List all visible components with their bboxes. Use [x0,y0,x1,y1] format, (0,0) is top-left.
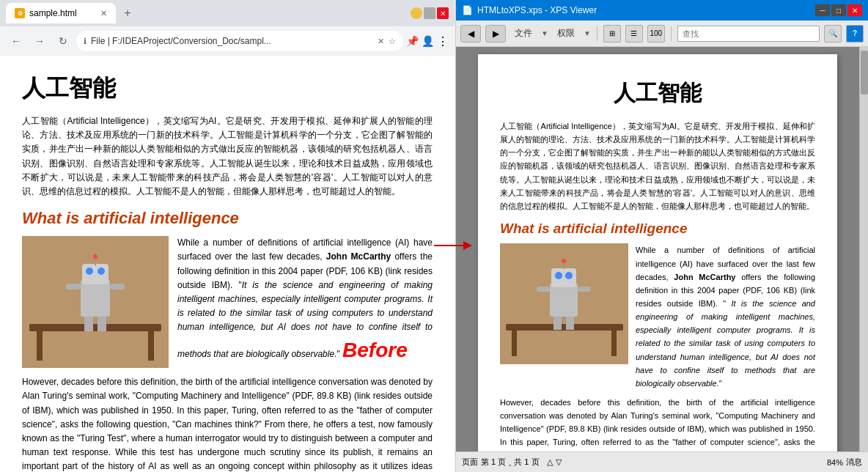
xps-minimize-btn[interactable]: ─ [815,4,830,16]
xps-menu-arrow-perms: ▼ [584,29,591,37]
svg-rect-11 [84,317,93,331]
xps-menu-arrow-file: ▼ [541,29,548,37]
xps-page: 人工智能 人工智能（Artificial Intelligence），英文缩写为… [478,54,837,451]
svg-rect-13 [66,284,81,290]
svg-rect-4 [148,331,154,361]
left-mccarthy-name: John McCarthy [326,251,391,262]
menu-icon[interactable]: ⋮ [437,34,449,48]
xps-maximize-btn[interactable]: □ [831,4,846,16]
svg-rect-9 [95,258,96,265]
svg-rect-5 [81,280,110,317]
xps-total-pages: 共 1 页 [514,457,539,468]
xps-view-btn[interactable]: ☰ [625,25,643,43]
svg-rect-12 [98,317,106,331]
xps-back-btn[interactable]: ◀ [460,25,481,43]
right-para2-text: However, decades before this definition,… [500,398,815,451]
xps-print-btn[interactable]: ⊞ [603,25,621,43]
svg-point-24 [565,272,573,279]
right-main-title: 人工智能 [500,76,815,109]
browser-max-btn[interactable] [424,7,435,19]
svg-rect-30 [578,287,591,292]
svg-rect-28 [566,317,574,330]
xps-statusbar: 页面 第 1 页 , 共 1 页 △ ▽ 84% 消息 [456,451,868,472]
xps-search-input[interactable] [677,26,820,42]
svg-point-23 [555,272,562,279]
xps-title-text: HTMLtoXPS.xps - XPS Viewer [477,5,597,15]
svg-rect-18 [506,324,623,331]
pin-icon[interactable]: 📌 [406,35,419,47]
svg-rect-20 [611,331,617,356]
browser-window: ⚙ sample.html ✕ + ✕ ← → ↻ ℹ File | F:/ID… [0,0,455,472]
xps-menu-file[interactable]: 文件 [510,26,537,41]
left-main-title: 人工智能 [22,70,433,106]
right-section-heading: What is artificial intelligence [500,218,815,240]
reload-button[interactable]: ↻ [53,31,73,51]
svg-rect-21 [550,283,578,317]
xps-content-area: 人工智能 人工智能（Artificial Intelligence），英文缩写为… [456,47,868,451]
xps-page-separator: , [509,458,511,467]
left-intro-paragraph: 人工智能（Artificial Intelligence），英文缩写为AI。它是… [22,114,433,199]
info-icon: ℹ [84,37,87,46]
forward-button[interactable]: → [29,31,50,51]
browser-actions: 📌 👤 ⋮ [406,34,449,48]
browser-navbar: ← → ↻ ℹ File | F:/IDEAProject/Conversion… [0,26,455,56]
svg-point-26 [562,259,566,263]
robot-image-left [22,236,169,368]
app-container: ⚙ sample.html ✕ + ✕ ← → ↻ ℹ File | F:/ID… [0,0,868,472]
right-content-image-block: While a number of definitions of artific… [500,243,815,390]
svg-rect-6 [82,264,108,284]
xps-zoom-btn[interactable]: 100 [647,25,665,43]
xps-page-label: 页面 [462,457,478,468]
xps-zoom-label: 消息 [846,457,862,468]
address-bar[interactable]: ℹ File | F:/IDEAProject/Conversion_Doc/s… [76,31,403,51]
svg-rect-2 [29,324,161,331]
tab-close-button[interactable]: ✕ [100,9,107,18]
svg-rect-22 [551,268,576,287]
left-section-heading: What is artificial intelligence [22,206,433,230]
browser-titlebar: ⚙ sample.html ✕ + ✕ [0,0,455,26]
xps-toolbar-separator [597,26,597,41]
xps-menu-permissions[interactable]: 权限 [553,26,579,41]
left-para2: However, decades before this definition,… [22,375,433,472]
xps-page-indicator: 页面 第 1 页 , 共 1 页 [462,457,540,468]
left-para2-text: However, decades before this definition,… [22,377,433,472]
user-icon[interactable]: 👤 [422,35,434,47]
xps-viewer-window: 📄 HTMLtoXPS.xps - XPS Viewer ─ □ ✕ ◀ ▶ 文… [455,0,868,472]
back-button[interactable]: ← [6,31,26,51]
xps-scrollbar[interactable] [859,47,868,451]
xps-toolbar: ◀ ▶ 文件 ▼ 权限 ▼ ⊞ ☰ 100 🔍 ? [456,21,868,47]
svg-rect-25 [563,262,564,269]
xps-prev-page-btn[interactable]: △ [547,457,553,467]
svg-point-7 [86,268,93,275]
svg-rect-29 [537,287,550,292]
right-image-text: While a number of definitions of artific… [636,243,815,390]
browser-tab[interactable]: ⚙ sample.html ✕ [6,3,116,23]
browser-min-btn[interactable] [411,7,422,19]
xps-window-controls: ─ □ ✕ [815,4,862,16]
new-tab-button[interactable]: + [119,4,136,22]
right-mccarthy-name: John McCarthy [674,273,735,281]
browser-content: 人工智能 人工智能（Artificial Intelligence），英文缩写为… [0,56,455,472]
xps-close-btn[interactable]: ✕ [847,4,862,16]
xps-next-page-btn[interactable]: ▽ [556,457,562,467]
robot-image-right [500,243,628,364]
star-icon: ☆ [389,37,396,46]
xps-page-area[interactable]: 人工智能 人工智能（Artificial Intelligence），英文缩写为… [456,47,859,451]
left-image-text: While a number of definitions of artific… [177,236,433,368]
xps-scrollbar-thumb[interactable] [861,51,868,95]
left-intro-text: 人工智能（Artificial Intelligence），英文缩写为AI。它是… [22,116,433,196]
reload-address-icon: ✕ [378,37,384,46]
xps-zoom-indicator: 84% 消息 [827,457,862,468]
right-intro-text: 人工智能（Artificial Intelligence），英文缩写为AI。它是… [500,122,815,210]
xps-zoom-level: 84% [827,458,843,467]
svg-rect-14 [110,284,125,290]
svg-point-10 [93,254,98,259]
browser-close-btn[interactable]: ✕ [437,7,449,19]
xps-forward-btn[interactable]: ▶ [485,25,506,43]
xps-search-btn[interactable]: 🔍 [824,25,842,43]
svg-point-8 [98,268,105,275]
right-para2: However, decades before this definition,… [500,396,815,451]
xps-help-btn[interactable]: ? [846,25,864,43]
xps-titlebar: 📄 HTMLtoXPS.xps - XPS Viewer ─ □ ✕ [456,0,868,21]
tab-label: sample.html [29,8,77,18]
